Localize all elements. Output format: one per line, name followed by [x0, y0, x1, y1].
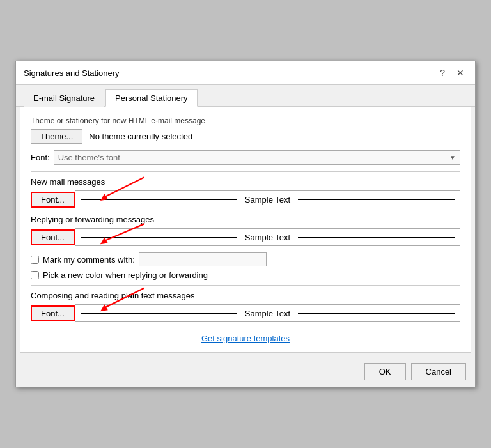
plain-sample-line-left — [81, 313, 237, 314]
cancel-button[interactable]: Cancel — [411, 363, 466, 380]
pick-color-label: Pick a new color when replying or forwar… — [43, 270, 208, 280]
dropdown-arrow-icon: ▼ — [449, 154, 456, 161]
reply-sample-line-right — [298, 237, 455, 238]
theme-row: Theme... No theme currently selected — [31, 129, 460, 144]
signature-templates-link-row: Get signature templates — [31, 334, 460, 343]
tabs: E-mail Signature Personal Stationery — [16, 85, 475, 107]
dialog: Signatures and Stationery ? ✕ E-mail Sig… — [15, 61, 476, 387]
reply-sample-text: Sample Text — [237, 233, 298, 242]
sample-line-right — [298, 199, 455, 200]
pick-color-checkbox[interactable] — [31, 271, 39, 279]
title-bar-controls: ? ✕ — [437, 66, 467, 79]
new-mail-font-button[interactable]: Font... — [31, 192, 75, 208]
dialog-title: Signatures and Stationery — [24, 68, 120, 78]
ok-button[interactable]: OK — [364, 363, 406, 380]
get-signature-templates-link[interactable]: Get signature templates — [201, 334, 290, 343]
title-bar: Signatures and Stationery ? ✕ — [16, 61, 475, 85]
mark-comments-checkbox[interactable] — [31, 256, 39, 264]
font-label: Font: — [31, 153, 50, 162]
tab-email-signature[interactable]: E-mail Signature — [24, 89, 104, 107]
sample-line-left — [81, 199, 237, 200]
reply-sample-box: Sample Text — [75, 228, 460, 246]
tab-personal-stationery[interactable]: Personal Stationery — [105, 89, 197, 107]
new-mail-sample-text: Sample Text — [237, 195, 298, 205]
plain-sample-text: Sample Text — [237, 309, 298, 318]
mark-comments-input[interactable] — [139, 252, 267, 266]
new-mail-font-row: Font... Sample Text — [31, 190, 460, 208]
plain-font-button[interactable]: Font... — [31, 305, 75, 321]
reply-font-button[interactable]: Font... — [31, 229, 75, 245]
theme-current-value: No theme currently selected — [89, 132, 192, 141]
mark-comments-row: Mark my comments with: — [31, 252, 460, 266]
plain-sample-line-right — [298, 313, 455, 314]
theme-button[interactable]: Theme... — [31, 129, 82, 144]
new-mail-sample-box: Sample Text — [75, 190, 460, 208]
reply-sample-line-left — [81, 237, 237, 238]
theme-section-label: Theme or stationery for new HTML e-mail … — [31, 116, 460, 125]
plain-text-section-label: Composing and reading plain text message… — [31, 291, 460, 300]
new-mail-section-label: New mail messages — [31, 177, 460, 187]
font-row: Font: Use theme's font ▼ — [31, 150, 460, 165]
close-button[interactable]: ✕ — [453, 66, 467, 79]
plain-sample-box: Sample Text — [75, 304, 460, 322]
mark-comments-label: Mark my comments with: — [43, 255, 135, 265]
reply-font-row: Font... Sample Text — [31, 228, 460, 246]
pick-color-row: Pick a new color when replying or forwar… — [31, 270, 460, 280]
content-area: Theme or stationery for new HTML e-mail … — [20, 107, 471, 353]
footer: OK Cancel — [16, 357, 475, 387]
font-placeholder: Use theme's font — [58, 153, 120, 162]
separator-2 — [31, 285, 460, 286]
font-dropdown[interactable]: Use theme's font ▼ — [54, 150, 460, 165]
separator-1 — [31, 171, 460, 172]
plain-font-row: Font... Sample Text — [31, 304, 460, 322]
reply-section-label: Replying or forwarding messages — [31, 215, 460, 224]
help-button[interactable]: ? — [437, 66, 448, 79]
